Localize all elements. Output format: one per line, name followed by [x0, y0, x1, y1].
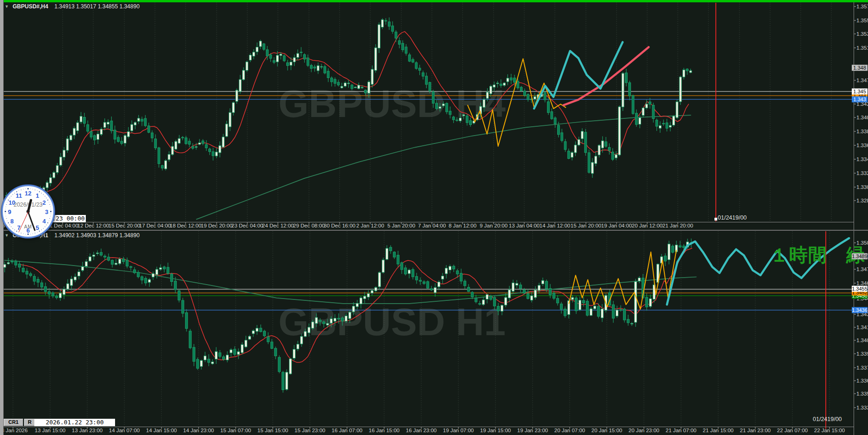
clock-tick — [14, 193, 15, 193]
bottom-time-label: 15 Jan 07:00 — [220, 428, 251, 433]
top-time-label: 21 Jan 20:00 — [662, 223, 694, 228]
top-time-label: 13 Jan 04:00 — [509, 223, 540, 228]
top-price-tick: 1.355 — [856, 18, 868, 23]
clock-tick — [35, 233, 35, 233]
top-price-tick: 1.347 — [856, 78, 868, 83]
bottom-time-label: 13 Jan 15:00 — [35, 428, 66, 433]
clock-tick — [11, 196, 11, 196]
clock-tick — [26, 234, 26, 234]
clock-number: 10 — [9, 199, 15, 206]
bottom-time-label: 14 Jan 07:00 — [109, 428, 140, 433]
bottom-time-label: 19 Jan 23:00 — [517, 428, 548, 433]
clock-number: 5 — [36, 224, 39, 231]
top-price-tick: 1.336 — [856, 143, 868, 148]
clock-tick — [5, 211, 6, 212]
top-price-marker-box: 1.348 — [852, 65, 868, 71]
top-time-label: 8 Jan 12:00 — [449, 223, 476, 228]
clock-tick — [5, 209, 6, 209]
top-time-label: 7 Jan 04:00 — [418, 223, 446, 228]
clock-number: 4 — [43, 217, 46, 224]
bottom-time-axis-border — [0, 427, 854, 427]
bottom-ohlc-readout: 1.34902 1.34903 1.34879 1.34890 — [54, 232, 140, 239]
chart-window-divider[interactable] — [0, 230, 868, 231]
clock-tick — [37, 190, 38, 191]
top-price-tick: 1.338 — [856, 129, 868, 134]
top-time-label: 19 Jan 04:00 — [601, 223, 632, 228]
r-button[interactable]: R — [24, 419, 35, 426]
bottom-time-label: 21 Jan 07:00 — [666, 428, 697, 433]
bottom-time-label: 16 Jan 07:00 — [332, 428, 363, 433]
top-time-label: 24 Dec 12:00 — [262, 223, 294, 228]
clock-tick — [47, 200, 49, 201]
clock-tick — [45, 227, 45, 227]
clock-tick — [5, 214, 6, 214]
clock-tick — [49, 218, 50, 219]
clock-tick — [51, 214, 51, 214]
bottom-price-tick: 1.3350 — [856, 391, 868, 396]
chevron-down-icon: ▼ — [5, 233, 9, 238]
bottom-price-tick: 1.3419 — [856, 325, 868, 330]
clock-tick — [23, 234, 24, 234]
clock-tick — [23, 189, 24, 189]
clock-tick — [49, 204, 50, 205]
clock-tick — [37, 232, 38, 233]
top-price-marker-box: 1.345 — [852, 89, 868, 95]
clock-tick — [6, 218, 6, 219]
clock-tick — [50, 216, 51, 216]
clock-number: 11 — [16, 192, 22, 199]
clock-tick — [19, 190, 19, 191]
clock-tick — [35, 189, 35, 190]
top-price-tick: 1.351 — [856, 45, 868, 51]
clock-tick — [50, 207, 51, 207]
bottom-time-label: 21 Jan 23:00 — [740, 428, 771, 433]
bottom-future-time-label: 01/2419/00 — [813, 416, 842, 422]
bottom-price-marker-box: 1.3436 — [852, 307, 868, 313]
clock-tick — [43, 228, 44, 228]
clock-tick — [21, 189, 21, 190]
clock-number: 6 — [26, 227, 30, 234]
bottom-time-label: 22 Jan 15:00 — [814, 428, 845, 433]
bottom-time-label: 21 Jan 15:00 — [703, 428, 734, 433]
clock-tick — [41, 193, 42, 193]
bottom-time-label: 16 Jan 23:00 — [406, 428, 437, 433]
top-symbol-label: GBPUSD#,H4 — [13, 3, 48, 10]
top-time-label: 15 Dec 20:00 — [109, 223, 140, 228]
bottom-price-tick: 1.3337 — [856, 405, 868, 410]
clock-tick — [32, 189, 33, 189]
bottom-price-tick: 1.3460 — [856, 280, 868, 286]
clock-tick — [21, 233, 21, 233]
bottom-time-label: 15 Jan 23:00 — [295, 428, 326, 433]
bottom-price-tick: 1.3392 — [856, 351, 868, 357]
clock-number: 8 — [10, 217, 13, 224]
top-price-marker-box: 1.343 — [852, 97, 868, 103]
chevron-down-icon: ▼ — [5, 4, 9, 9]
bottom-time-label: 14 Jan 23:00 — [183, 428, 214, 433]
top-time-label: 18 Dec 12:00 — [170, 223, 201, 228]
clock-tick — [43, 194, 44, 195]
top-price-tick: 1.330 — [856, 184, 868, 190]
bottom-time-label: 22 Jan 07:00 — [777, 428, 808, 433]
mt4-workspace: { "colors": { "background": "#141c17", "… — [0, 0, 868, 435]
clock-tick — [51, 209, 51, 209]
top-price-tick: 1.334 — [856, 156, 868, 162]
top-price-tick: 1.332 — [856, 170, 868, 176]
top-time-label: 2 Jan 12:00 — [356, 223, 384, 228]
bottom-time-label: 19 Jan 15:00 — [480, 428, 511, 433]
top-time-label: 12 Dec 12:00 — [77, 223, 109, 228]
top-ohlc-readout: 1.34913 1.35017 1.34855 1.34890 — [54, 3, 140, 10]
hourly-green-annotation: １時間 緑 — [770, 242, 865, 268]
clock-tick — [47, 222, 49, 224]
clock-tick — [7, 221, 7, 221]
clock-number: 2 — [43, 199, 46, 206]
bottom-time-label: 14 Jan 15:00 — [146, 428, 177, 433]
clock-number: 12 — [25, 189, 31, 196]
top-price-tick: 1.328 — [856, 198, 868, 203]
bottom-candle-time-box: 2026.01.22 23:00 — [34, 419, 115, 426]
bottom-time-label: 16 Jan 15:00 — [369, 428, 400, 433]
top-time-label: 29 Dec 08:00 — [293, 223, 325, 228]
bottom-time-label: 19 Jan 07:00 — [443, 428, 474, 433]
cr1-button[interactable]: CR1 — [4, 419, 23, 426]
top-time-label: 5 Jan 20:00 — [387, 223, 415, 228]
top-time-axis-border — [0, 222, 854, 222]
clock-tick — [46, 198, 46, 198]
